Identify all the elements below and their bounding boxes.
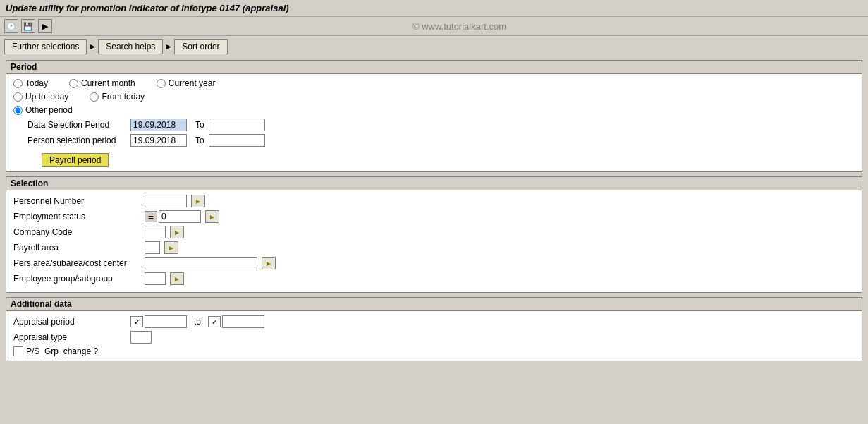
personnel-number-row: Personnel Number ►: [13, 195, 855, 207]
personnel-number-input[interactable]: [145, 195, 187, 207]
period-row-1: Today Current month Current year: [13, 78, 855, 88]
payroll-area-input[interactable]: [145, 241, 160, 254]
personnel-number-arrow-btn[interactable]: ►: [191, 195, 205, 207]
selection-section-body: Personnel Number ► Employment status ☰ ►…: [6, 190, 862, 292]
pers-area-arrow-btn[interactable]: ►: [262, 257, 276, 269]
radio-other-period[interactable]: [13, 106, 23, 115]
radio-current-year[interactable]: [157, 79, 166, 88]
pers-area-input[interactable]: [145, 257, 257, 269]
personnel-number-label: Personnel Number: [13, 196, 140, 206]
person-selection-from-input[interactable]: [130, 134, 187, 147]
employee-group-input[interactable]: [145, 272, 166, 285]
pers-area-row: Pers.area/subarea/cost center ►: [13, 257, 855, 269]
data-selection-label: Data Selection Period: [27, 120, 126, 130]
page-title: Update utility for promotion indicator o…: [6, 3, 289, 13]
period-row-3: Other period: [13, 105, 855, 115]
data-selection-to-input[interactable]: [209, 119, 265, 131]
payroll-period-button[interactable]: Payroll period: [42, 153, 109, 167]
tab-search-helps-label: Search helps: [106, 42, 155, 52]
employee-group-label: Employee group/subgroup: [13, 274, 140, 284]
radio-current-month[interactable]: [69, 79, 78, 88]
payroll-area-label: Payroll area: [13, 243, 140, 253]
person-selection-label: Person selection period: [27, 135, 126, 145]
company-code-input[interactable]: [145, 226, 166, 238]
radio-up-to-today[interactable]: [13, 92, 23, 102]
employee-group-arrow-btn[interactable]: ►: [170, 272, 184, 285]
appraisal-period-label: Appraisal period: [13, 317, 126, 327]
data-selection-to-label: To: [195, 120, 204, 130]
payroll-area-row: Payroll area ►: [13, 241, 855, 254]
tab-sort-order-label: Sort order: [182, 42, 219, 52]
period-section-header: Period: [6, 61, 862, 74]
ps-grp-row: P/S_Grp_change ?: [13, 346, 855, 356]
selection-section-header: Selection: [6, 177, 862, 190]
tab-search-helps[interactable]: Search helps: [98, 39, 163, 54]
company-code-arrow-btn[interactable]: ►: [170, 226, 184, 238]
appraisal-to-checkbox[interactable]: ✓: [208, 316, 221, 327]
tab-further-selections-label: Further selections: [12, 42, 79, 52]
selection-section: Selection Personnel Number ► Employment …: [6, 176, 862, 293]
person-selection-row: Person selection period To: [27, 134, 855, 147]
employment-status-input[interactable]: [159, 210, 201, 223]
radio-today-label[interactable]: Today: [13, 78, 48, 88]
appraisal-type-input[interactable]: [130, 331, 152, 344]
tab-sort-order[interactable]: Sort order: [174, 39, 227, 54]
period-row-2: Up to today From today: [13, 92, 855, 102]
content-area: Period Today Current month Current year: [0, 57, 868, 368]
data-selection-row: Data Selection Period To: [27, 119, 855, 131]
company-code-row: Company Code ►: [13, 226, 855, 238]
radio-up-to-today-label[interactable]: Up to today: [13, 92, 68, 102]
additional-data-body: Appraisal period ✓ to ✓ Appraisal type: [6, 311, 862, 361]
nav-tabs: Further selections ► Search helps ► Sort…: [0, 36, 868, 57]
pers-area-label: Pers.area/subarea/cost center: [13, 258, 140, 268]
employment-status-icon[interactable]: ☰: [145, 211, 157, 222]
appraisal-to-input[interactable]: [222, 315, 264, 328]
person-selection-to-input[interactable]: [209, 134, 265, 147]
radio-from-today[interactable]: [90, 92, 99, 102]
appraisal-to-label: to: [194, 317, 201, 327]
radio-other-period-label[interactable]: Other period: [13, 105, 73, 115]
employment-status-label: Employment status: [13, 212, 140, 222]
appraisal-period-row: Appraisal period ✓ to ✓: [13, 315, 855, 328]
title-bar: Update utility for promotion indicator o…: [0, 0, 868, 17]
employee-group-row: Employee group/subgroup ►: [13, 272, 855, 285]
toolbar: 🕐 💾 ▶ © www.tutorialkart.com: [0, 17, 868, 36]
period-section-body: Today Current month Current year Up to t…: [6, 74, 862, 171]
ps-grp-checkbox[interactable]: [13, 346, 23, 356]
tab-arrow-1: ►: [88, 42, 97, 52]
clock-icon[interactable]: 🕐: [4, 19, 18, 33]
additional-data-section: Additional data Appraisal period ✓ to ✓ …: [6, 297, 862, 361]
data-selection-from-input[interactable]: [130, 119, 187, 131]
company-code-label: Company Code: [13, 227, 140, 237]
period-section: Period Today Current month Current year: [6, 60, 862, 172]
radio-current-month-label[interactable]: Current month: [69, 78, 135, 88]
save-icon[interactable]: 💾: [21, 19, 35, 33]
person-selection-to-label: To: [195, 135, 204, 145]
radio-today[interactable]: [13, 79, 23, 88]
appraisal-type-row: Appraisal type: [13, 331, 855, 344]
additional-data-header: Additional data: [6, 298, 862, 311]
ps-grp-label: P/S_Grp_change ?: [26, 346, 98, 356]
appraisal-to-wrap: ✓: [208, 315, 264, 328]
radio-from-today-label[interactable]: From today: [90, 92, 145, 102]
employment-status-wrap: ☰: [145, 210, 201, 223]
copyright-text: © www.tutorialkart.com: [55, 21, 864, 32]
tab-further-selections[interactable]: Further selections: [4, 39, 87, 54]
nav-icon[interactable]: ▶: [38, 19, 52, 33]
appraisal-from-checkbox[interactable]: ✓: [130, 316, 143, 327]
employment-status-row: Employment status ☰ ►: [13, 210, 855, 223]
payroll-area-arrow-btn[interactable]: ►: [164, 241, 178, 254]
tab-arrow-2: ►: [164, 42, 173, 52]
radio-current-year-label[interactable]: Current year: [157, 78, 216, 88]
employment-status-arrow-btn[interactable]: ►: [205, 210, 219, 223]
appraisal-type-label: Appraisal type: [13, 332, 126, 342]
appraisal-from-input[interactable]: [145, 315, 187, 328]
appraisal-from-wrap: ✓: [130, 315, 187, 328]
